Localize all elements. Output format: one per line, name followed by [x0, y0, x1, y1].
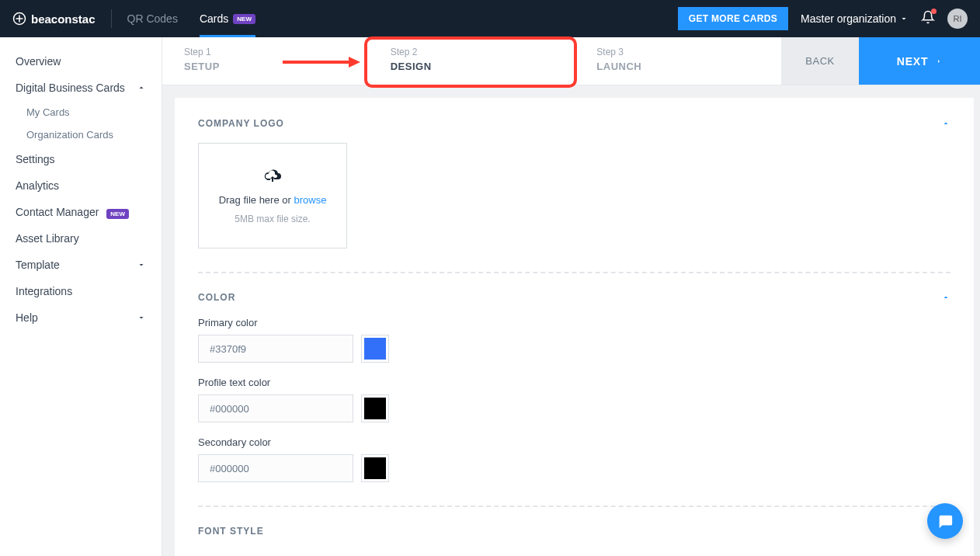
secondary-color-swatch[interactable]	[361, 454, 389, 482]
secondary-color-input[interactable]	[198, 454, 353, 482]
sidebar-item-integrations[interactable]: Integrations	[0, 278, 162, 304]
sidebar-item-label: Template	[16, 259, 60, 271]
section-head-color[interactable]: COLOR	[198, 292, 950, 303]
section-title: FONT STYLE	[198, 526, 264, 537]
primary-color-swatch[interactable]	[361, 335, 389, 363]
next-button[interactable]: NEXT	[859, 37, 980, 85]
chevron-up-icon	[941, 293, 950, 302]
sidebar-item-overview[interactable]: Overview	[0, 48, 162, 75]
step-number: Step 3	[596, 47, 759, 57]
topbar-right: GET MORE CARDS Master organization RI	[678, 7, 968, 30]
design-panel: COMPANY LOGO Drag file here or browse 5M…	[175, 98, 974, 556]
wizard-steps: Step 1 SETUP Step 2 DESIGN Step 3 LAUNCH…	[162, 37, 980, 85]
sidebar-item-contact[interactable]: Contact Manager NEW	[0, 199, 162, 225]
avatar[interactable]: RI	[947, 9, 968, 29]
primary-color-input[interactable]	[198, 335, 353, 363]
sidebar-item-analytics[interactable]: Analytics	[0, 172, 162, 199]
chevron-up-icon	[941, 119, 950, 128]
step-name: LAUNCH	[596, 61, 759, 72]
top-bar: beaconstac QR Codes Cards NEW GET MORE C…	[0, 0, 980, 37]
section-head-logo[interactable]: COMPANY LOGO	[198, 118, 950, 129]
section-title: COLOR	[198, 292, 235, 303]
chevron-right-icon	[936, 57, 942, 66]
chat-button[interactable]	[927, 503, 963, 539]
section-title: COMPANY LOGO	[198, 118, 284, 129]
sidebar-item-template[interactable]: Template	[0, 252, 162, 278]
sidebar-item-label: Digital Business Cards	[16, 82, 125, 94]
notification-dot	[931, 9, 937, 14]
sidebar: Overview Digital Business Cards My Cards…	[0, 37, 162, 556]
sidebar-item-label: Contact Manager	[16, 206, 99, 218]
step-name: SETUP	[184, 61, 347, 72]
back-button[interactable]: BACK	[781, 37, 859, 85]
step-setup[interactable]: Step 1 SETUP	[162, 37, 369, 85]
upload-hint: 5MB max file size.	[235, 214, 310, 224]
get-more-cards-button[interactable]: GET MORE CARDS	[678, 7, 788, 30]
brand-name: beaconstac	[31, 12, 96, 26]
step-number: Step 2	[391, 47, 554, 57]
chevron-down-icon	[137, 313, 146, 322]
divider	[198, 272, 950, 273]
sidebar-sub-orgcards[interactable]: Organization Cards	[0, 123, 162, 146]
chevron-up-icon	[137, 83, 146, 92]
profile-color-input[interactable]	[198, 394, 353, 422]
step-design[interactable]: Step 2 DESIGN	[369, 37, 575, 85]
profile-color-label: Profile text color	[198, 377, 950, 388]
step-number: Step 1	[184, 47, 347, 57]
sidebar-item-asset[interactable]: Asset Library	[0, 225, 162, 252]
chevron-down-icon	[137, 260, 146, 269]
chevron-down-icon	[899, 14, 909, 23]
sidebar-sub-mycards[interactable]: My Cards	[0, 101, 162, 123]
notifications-button[interactable]	[921, 10, 935, 27]
sidebar-item-dbc[interactable]: Digital Business Cards	[0, 75, 162, 101]
divider	[198, 506, 950, 507]
top-nav: QR Codes Cards NEW	[127, 0, 255, 37]
cloud-upload-icon	[263, 168, 282, 186]
content: Step 1 SETUP Step 2 DESIGN Step 3 LAUNCH…	[162, 37, 980, 556]
nav-cards[interactable]: Cards NEW	[200, 0, 255, 37]
brand-icon	[12, 12, 26, 26]
sidebar-item-help[interactable]: Help	[0, 304, 162, 331]
nav-qr-codes[interactable]: QR Codes	[127, 0, 178, 37]
step-launch[interactable]: Step 3 LAUNCH	[575, 37, 781, 85]
divider	[111, 9, 112, 28]
upload-text: Drag file here or browse	[219, 194, 327, 206]
profile-color-swatch[interactable]	[361, 394, 389, 422]
new-badge: NEW	[233, 14, 255, 24]
next-label: NEXT	[897, 55, 929, 68]
section-head-font[interactable]: FONT STYLE	[198, 526, 950, 537]
step-name: DESIGN	[391, 61, 554, 72]
nav-cards-label: Cards	[200, 12, 228, 25]
browse-link[interactable]: browse	[294, 194, 326, 206]
org-name: Master organization	[801, 12, 896, 25]
brand-logo[interactable]: beaconstac	[12, 12, 96, 26]
new-badge: NEW	[106, 209, 129, 219]
org-selector[interactable]: Master organization	[801, 12, 909, 25]
chat-icon	[937, 513, 954, 530]
sidebar-item-settings[interactable]: Settings	[0, 146, 162, 172]
sidebar-item-label: Help	[16, 311, 38, 324]
logo-upload[interactable]: Drag file here or browse 5MB max file si…	[198, 143, 347, 248]
primary-color-label: Primary color	[198, 317, 950, 328]
secondary-color-label: Secondary color	[198, 436, 950, 448]
